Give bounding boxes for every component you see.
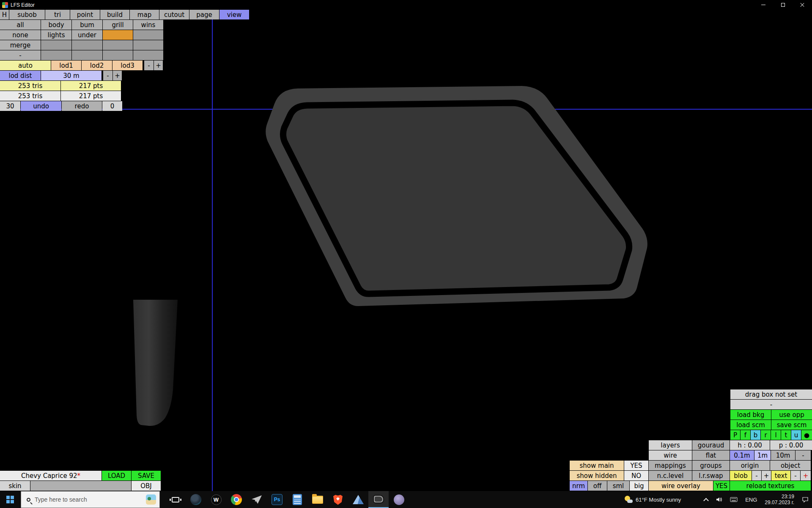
show-main-button[interactable]: show main (570, 461, 624, 470)
search-highlight-icon[interactable] (146, 494, 156, 505)
lod2-button[interactable]: lod2 (82, 61, 112, 70)
maximize-button[interactable] (773, 0, 793, 10)
wire-overlay-value[interactable]: YES (713, 481, 730, 491)
app-icon[interactable] (2, 2, 8, 8)
dash-button[interactable]: - (0, 50, 41, 60)
lr-swap-button[interactable]: l.r.swap (692, 471, 730, 480)
filter-lights-button[interactable]: lights (41, 30, 71, 40)
skin-button[interactable]: skin (0, 481, 30, 491)
object-button[interactable]: object (770, 461, 811, 470)
tab-subob[interactable]: subob (9, 10, 45, 19)
model-name-field[interactable]: Chevy Caprice 92* (0, 471, 102, 480)
filter-body-button[interactable]: body (41, 20, 71, 30)
view-preset-f-button[interactable]: f (741, 430, 750, 440)
undo-button[interactable]: undo (21, 101, 61, 111)
tab-cutout[interactable]: cutout (159, 10, 189, 19)
lod-dist-minus-button[interactable]: - (103, 71, 112, 80)
show-main-value[interactable]: YES (624, 461, 648, 470)
text-size-button[interactable]: text (771, 471, 790, 480)
show-hidden-value[interactable]: NO (624, 471, 648, 480)
wire-overlay-button[interactable]: wire overlay (649, 481, 713, 491)
lod3-button[interactable]: lod3 (112, 61, 143, 70)
filter-all-button[interactable]: all (0, 20, 41, 30)
view-preset-r-button[interactable]: r (761, 430, 771, 440)
close-button[interactable] (793, 0, 812, 10)
grid-10m-button[interactable]: 10m (771, 450, 795, 460)
merge-button[interactable]: merge (0, 40, 41, 50)
task-view-button[interactable] (165, 491, 186, 508)
gouraud-button[interactable]: gouraud (692, 440, 730, 450)
tab-view-active[interactable]: view (219, 10, 249, 19)
wire-button[interactable]: wire (649, 450, 692, 460)
layers-button[interactable]: layers (649, 440, 692, 450)
start-button[interactable] (0, 491, 20, 508)
lod1-button[interactable]: lod1 (51, 61, 81, 70)
tab-map[interactable]: map (130, 10, 159, 19)
text-plus-button[interactable]: + (801, 471, 811, 480)
view-preset-dot-button[interactable]: ● (801, 430, 812, 440)
blob-minus-button[interactable]: - (752, 471, 761, 480)
nc-level-button[interactable]: n.c.level (649, 471, 692, 480)
filter-wins-button[interactable]: wins (133, 20, 163, 30)
viewport-canvas[interactable] (0, 0, 812, 508)
save-scm-button[interactable]: save scm (771, 420, 812, 430)
groups-button[interactable]: groups (692, 461, 730, 470)
lod-auto-button[interactable]: auto (0, 61, 51, 70)
dark-browser-button[interactable] (186, 491, 206, 508)
w-app-button[interactable]: W (206, 491, 226, 508)
language-indicator[interactable]: ENG (745, 491, 757, 508)
photoshop-button[interactable]: Ps (267, 491, 287, 508)
purple-app-button[interactable] (389, 491, 409, 508)
tab-page[interactable]: page (189, 10, 219, 19)
menu-h-button[interactable]: H (0, 10, 9, 19)
flat-button[interactable]: flat (692, 450, 730, 460)
taskbar-search[interactable] (21, 491, 160, 508)
nrm-off-button[interactable]: off (588, 481, 607, 491)
clock-widget[interactable]: 23:1929.07.2023 г. (765, 491, 794, 508)
reload-textures-button[interactable]: reload textures (730, 481, 811, 491)
load-bkg-button[interactable]: load bkg (730, 410, 771, 420)
prism-app-button[interactable] (348, 491, 368, 508)
grid-minus-button[interactable]: - (796, 450, 811, 460)
chrome-button[interactable] (226, 491, 247, 508)
file-explorer-button[interactable] (307, 491, 328, 508)
filter-none-button[interactable]: none (0, 30, 41, 40)
load-scm-button[interactable]: load scm (730, 420, 771, 430)
blob-button[interactable]: blob (730, 471, 752, 480)
tab-tri[interactable]: tri (45, 10, 70, 19)
tab-build[interactable]: build (100, 10, 129, 19)
nrm-big-button[interactable]: big (630, 481, 648, 491)
view-preset-b-button[interactable]: b (751, 430, 760, 440)
origin-button[interactable]: origin (730, 461, 770, 470)
filter-under-button[interactable]: under (72, 30, 102, 40)
nrm-button[interactable]: nrm (570, 481, 587, 491)
paper-plane-button[interactable] (247, 491, 267, 508)
nrm-sml-button[interactable]: sml (607, 481, 629, 491)
view-preset-l-button[interactable]: l (771, 430, 781, 440)
redo-button[interactable]: redo (62, 101, 102, 111)
use-opp-button[interactable]: use opp (771, 410, 812, 420)
notification-center-button[interactable] (802, 491, 809, 508)
view-preset-p-button[interactable]: P (730, 430, 740, 440)
color-swatch-orange[interactable] (103, 30, 133, 40)
lfs-editor-taskbar-button[interactable] (368, 491, 389, 508)
grid-1m-button[interactable]: 1m (754, 450, 771, 460)
minimize-button[interactable] (754, 0, 773, 10)
touch-keyboard-button[interactable] (730, 491, 738, 508)
weather-widget[interactable]: 61°F Mostly sunny (624, 491, 681, 508)
view-preset-u-button[interactable]: u (791, 430, 801, 440)
save-button[interactable]: SAVE (132, 471, 161, 480)
calculator-button[interactable] (287, 491, 307, 508)
lod-dist-plus-button[interactable]: + (113, 71, 122, 80)
text-minus-button[interactable]: - (791, 471, 800, 480)
tray-overflow-button[interactable] (704, 491, 708, 508)
view-preset-t-button[interactable]: t (781, 430, 791, 440)
filter-grill-button[interactable]: grill (103, 20, 133, 30)
blob-plus-button[interactable]: + (762, 471, 771, 480)
tab-point[interactable]: point (70, 10, 100, 19)
lod-minus-button[interactable]: - (144, 61, 154, 70)
lod-plus-button[interactable]: + (154, 61, 163, 70)
mappings-button[interactable]: mappings (649, 461, 692, 470)
search-input[interactable] (35, 496, 146, 503)
brave-button[interactable] (328, 491, 348, 508)
